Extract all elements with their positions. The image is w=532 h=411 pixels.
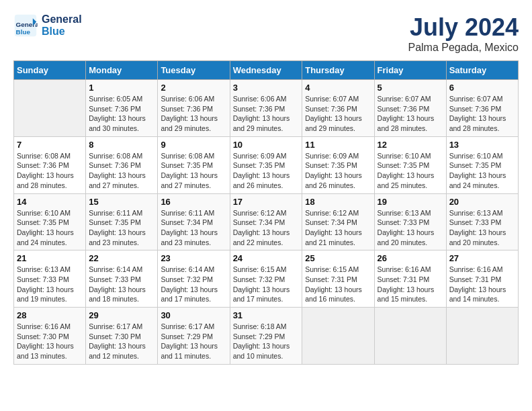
calendar-cell: 15Sunrise: 6:11 AM Sunset: 7:35 PM Dayli…: [86, 193, 158, 250]
day-info: Sunrise: 6:08 AM Sunset: 7:36 PM Dayligh…: [17, 151, 83, 191]
svg-text:Blue: Blue: [16, 28, 31, 36]
day-info: Sunrise: 6:10 AM Sunset: 7:35 PM Dayligh…: [17, 208, 83, 248]
calendar-cell: 16Sunrise: 6:11 AM Sunset: 7:34 PM Dayli…: [158, 193, 230, 250]
calendar-cell: 23Sunrise: 6:14 AM Sunset: 7:32 PM Dayli…: [158, 250, 230, 308]
calendar-table: SundayMondayTuesdayWednesdayThursdayFrid…: [13, 60, 519, 365]
day-number: 12: [378, 140, 443, 150]
day-info: Sunrise: 6:13 AM Sunset: 7:33 PM Dayligh…: [449, 208, 515, 248]
calendar-cell: 5Sunrise: 6:07 AM Sunset: 7:36 PM Daylig…: [374, 80, 446, 137]
day-info: Sunrise: 6:09 AM Sunset: 7:35 PM Dayligh…: [305, 151, 371, 191]
day-number: 9: [161, 140, 226, 150]
calendar-week-row: 14Sunrise: 6:10 AM Sunset: 7:35 PM Dayli…: [14, 193, 519, 250]
calendar-cell: 17Sunrise: 6:12 AM Sunset: 7:34 PM Dayli…: [230, 193, 302, 250]
day-number: 13: [449, 140, 515, 150]
day-number: 22: [89, 253, 154, 263]
day-number: 18: [305, 197, 371, 207]
day-number: 3: [233, 83, 300, 93]
day-number: 29: [89, 310, 154, 320]
calendar-cell: 27Sunrise: 6:16 AM Sunset: 7:31 PM Dayli…: [446, 250, 518, 308]
day-info: Sunrise: 6:13 AM Sunset: 7:33 PM Dayligh…: [378, 208, 443, 248]
day-info: Sunrise: 6:12 AM Sunset: 7:34 PM Dayligh…: [233, 208, 300, 248]
subtitle: Palma Pegada, Mexico: [408, 42, 519, 54]
day-number: 28: [17, 310, 83, 320]
logo-text: General Blue: [42, 13, 82, 37]
day-number: 4: [305, 83, 371, 93]
calendar-cell: 11Sunrise: 6:09 AM Sunset: 7:35 PM Dayli…: [302, 136, 374, 193]
calendar-cell: 6Sunrise: 6:07 AM Sunset: 7:36 PM Daylig…: [446, 80, 518, 137]
calendar-cell: 10Sunrise: 6:09 AM Sunset: 7:35 PM Dayli…: [230, 136, 302, 193]
weekday-header-thursday: Thursday: [302, 61, 374, 80]
day-info: Sunrise: 6:07 AM Sunset: 7:36 PM Dayligh…: [378, 94, 443, 134]
calendar-cell: 1Sunrise: 6:05 AM Sunset: 7:36 PM Daylig…: [86, 80, 158, 137]
day-number: 30: [161, 310, 226, 320]
calendar-cell: [374, 308, 446, 365]
day-number: 5: [378, 83, 443, 93]
day-info: Sunrise: 6:11 AM Sunset: 7:34 PM Dayligh…: [161, 208, 226, 248]
calendar-cell: [446, 308, 518, 365]
weekday-header-saturday: Saturday: [446, 61, 518, 80]
calendar-cell: 30Sunrise: 6:17 AM Sunset: 7:29 PM Dayli…: [158, 308, 230, 365]
logo-line2: Blue: [42, 26, 82, 38]
calendar-cell: 31Sunrise: 6:18 AM Sunset: 7:29 PM Dayli…: [230, 308, 302, 365]
calendar-week-row: 28Sunrise: 6:16 AM Sunset: 7:30 PM Dayli…: [14, 308, 519, 365]
day-info: Sunrise: 6:06 AM Sunset: 7:36 PM Dayligh…: [161, 94, 226, 134]
day-number: 20: [449, 197, 515, 207]
day-number: 8: [89, 140, 154, 150]
day-number: 14: [17, 197, 83, 207]
calendar-cell: 26Sunrise: 6:16 AM Sunset: 7:31 PM Dayli…: [374, 250, 446, 308]
main-title: July 2024: [408, 13, 519, 42]
day-info: Sunrise: 6:16 AM Sunset: 7:30 PM Dayligh…: [17, 322, 83, 361]
day-info: Sunrise: 6:06 AM Sunset: 7:36 PM Dayligh…: [233, 94, 300, 134]
calendar-cell: 4Sunrise: 6:07 AM Sunset: 7:36 PM Daylig…: [302, 80, 374, 137]
day-info: Sunrise: 6:13 AM Sunset: 7:33 PM Dayligh…: [17, 265, 83, 304]
day-info: Sunrise: 6:07 AM Sunset: 7:36 PM Dayligh…: [449, 94, 515, 134]
day-number: 10: [233, 140, 300, 150]
day-info: Sunrise: 6:16 AM Sunset: 7:31 PM Dayligh…: [449, 265, 515, 304]
day-number: 16: [161, 197, 226, 207]
calendar-week-row: 7Sunrise: 6:08 AM Sunset: 7:36 PM Daylig…: [14, 136, 519, 193]
weekday-header-tuesday: Tuesday: [158, 61, 230, 80]
weekday-header-monday: Monday: [86, 61, 158, 80]
day-number: 23: [161, 253, 226, 263]
day-info: Sunrise: 6:10 AM Sunset: 7:35 PM Dayligh…: [449, 151, 515, 191]
day-number: 15: [89, 197, 154, 207]
calendar-cell: 14Sunrise: 6:10 AM Sunset: 7:35 PM Dayli…: [14, 193, 86, 250]
day-info: Sunrise: 6:12 AM Sunset: 7:34 PM Dayligh…: [305, 208, 371, 248]
day-number: 25: [305, 253, 371, 263]
calendar-cell: 12Sunrise: 6:10 AM Sunset: 7:35 PM Dayli…: [374, 136, 446, 193]
day-number: 7: [17, 140, 83, 150]
calendar-cell: 20Sunrise: 6:13 AM Sunset: 7:33 PM Dayli…: [446, 193, 518, 250]
calendar-cell: 25Sunrise: 6:15 AM Sunset: 7:31 PM Dayli…: [302, 250, 374, 308]
day-number: 17: [233, 197, 300, 207]
weekday-header-sunday: Sunday: [14, 61, 86, 80]
weekday-header-friday: Friday: [374, 61, 446, 80]
day-info: Sunrise: 6:10 AM Sunset: 7:35 PM Dayligh…: [378, 151, 443, 191]
calendar-cell: 13Sunrise: 6:10 AM Sunset: 7:35 PM Dayli…: [446, 136, 518, 193]
day-info: Sunrise: 6:15 AM Sunset: 7:32 PM Dayligh…: [233, 265, 300, 304]
calendar-cell: 7Sunrise: 6:08 AM Sunset: 7:36 PM Daylig…: [14, 136, 86, 193]
day-info: Sunrise: 6:16 AM Sunset: 7:31 PM Dayligh…: [378, 265, 443, 304]
day-info: Sunrise: 6:07 AM Sunset: 7:36 PM Dayligh…: [305, 94, 371, 134]
day-info: Sunrise: 6:14 AM Sunset: 7:33 PM Dayligh…: [89, 265, 154, 304]
day-number: 31: [233, 310, 300, 320]
logo: General Blue General Blue: [13, 13, 82, 38]
day-info: Sunrise: 6:09 AM Sunset: 7:35 PM Dayligh…: [233, 151, 300, 191]
calendar-cell: 9Sunrise: 6:08 AM Sunset: 7:35 PM Daylig…: [158, 136, 230, 193]
logo-line1: General: [42, 13, 82, 26]
day-info: Sunrise: 6:08 AM Sunset: 7:36 PM Dayligh…: [89, 151, 154, 191]
calendar-cell: 22Sunrise: 6:14 AM Sunset: 7:33 PM Dayli…: [86, 250, 158, 308]
calendar-cell: 8Sunrise: 6:08 AM Sunset: 7:36 PM Daylig…: [86, 136, 158, 193]
day-number: 24: [233, 253, 300, 263]
day-info: Sunrise: 6:05 AM Sunset: 7:36 PM Dayligh…: [89, 94, 154, 134]
calendar-cell: [302, 308, 374, 365]
day-info: Sunrise: 6:11 AM Sunset: 7:35 PM Dayligh…: [89, 208, 154, 248]
calendar-week-row: 21Sunrise: 6:13 AM Sunset: 7:33 PM Dayli…: [14, 250, 519, 308]
day-number: 27: [449, 253, 515, 263]
calendar-cell: 21Sunrise: 6:13 AM Sunset: 7:33 PM Dayli…: [14, 250, 86, 308]
calendar-cell: 2Sunrise: 6:06 AM Sunset: 7:36 PM Daylig…: [158, 80, 230, 137]
calendar-cell: 24Sunrise: 6:15 AM Sunset: 7:32 PM Dayli…: [230, 250, 302, 308]
calendar-cell: [14, 80, 86, 137]
day-number: 11: [305, 140, 371, 150]
logo-icon: General Blue: [13, 13, 38, 38]
page-header: General Blue General Blue July 2024 Palm…: [13, 13, 519, 54]
